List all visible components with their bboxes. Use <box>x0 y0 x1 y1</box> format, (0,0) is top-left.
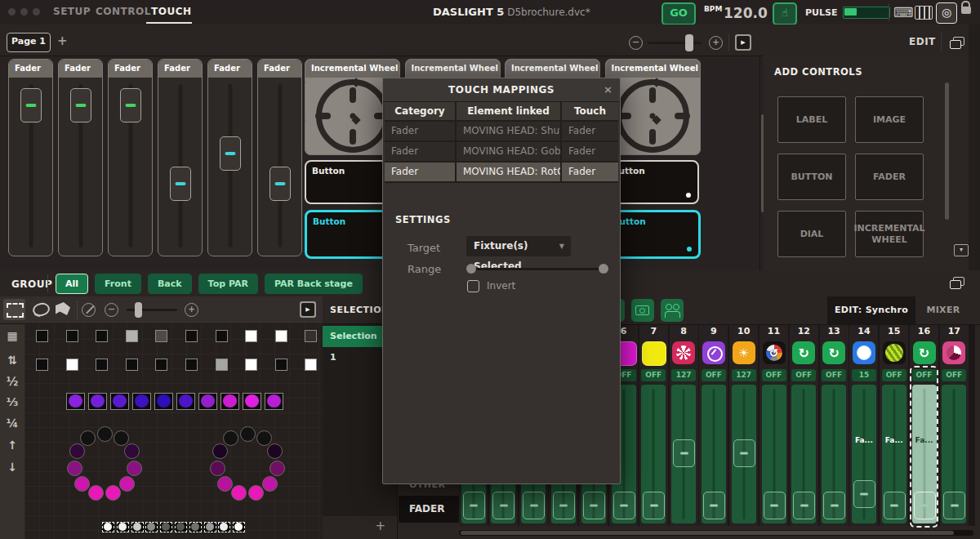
add-control-button-button[interactable]: BUTTON <box>777 154 846 200</box>
color-wheel-icon[interactable]: ↺ <box>763 341 786 364</box>
fixture-color-cell[interactable] <box>176 393 195 410</box>
moving-head-dot[interactable] <box>212 443 228 459</box>
moving-head-dot[interactable] <box>127 461 142 476</box>
selected-fixture-square[interactable] <box>175 522 187 532</box>
moving-head-dot[interactable] <box>114 430 129 446</box>
fixture-color-cell[interactable] <box>132 393 151 410</box>
channel-fader[interactable] <box>822 385 846 523</box>
selected-fixture-square[interactable] <box>204 522 216 532</box>
window-zoom-icon[interactable] <box>33 8 40 16</box>
expand-panel-icon[interactable]: ▶ <box>300 301 316 318</box>
color-swatch-icon[interactable] <box>642 341 666 366</box>
moving-head-dot[interactable] <box>97 426 113 442</box>
grid-zoom-slider[interactable] <box>127 309 177 311</box>
fixture-color-cell[interactable] <box>88 393 107 410</box>
fixture-square[interactable] <box>216 330 228 342</box>
fader-handle[interactable] <box>120 88 141 122</box>
fixture-color-cell[interactable] <box>110 393 129 410</box>
range-max-handle[interactable] <box>599 264 608 274</box>
grid-zoom-in-icon[interactable]: + <box>185 303 198 317</box>
channel-11[interactable]: 11↺OFF <box>760 325 788 526</box>
selected-fixture-square[interactable] <box>160 522 172 532</box>
moving-head-dot[interactable] <box>267 443 283 459</box>
rect-select-icon[interactable] <box>3 299 25 320</box>
fader-handle[interactable] <box>20 88 42 122</box>
collapse-panel-icon[interactable]: ▾ <box>954 244 969 256</box>
window-close-icon[interactable] <box>8 8 16 16</box>
add-control-image-button[interactable]: IMAGE <box>855 96 924 143</box>
add-control-fader-button[interactable]: FADER <box>855 154 924 200</box>
fixture-square[interactable] <box>275 330 287 342</box>
shutter-icon[interactable] <box>672 341 695 364</box>
piano-icon[interactable] <box>915 6 933 20</box>
group-button-front[interactable]: Front <box>95 274 141 294</box>
selected-fixture-square[interactable] <box>145 522 158 532</box>
keyboard-icon[interactable]: ⌨ <box>893 4 914 20</box>
channel-scrollbar-thumb[interactable] <box>461 531 954 535</box>
fixture-square[interactable] <box>216 359 228 371</box>
mapping-row[interactable]: FaderMOVING HEAD: Gobo 2Fader <box>385 142 618 163</box>
add-control-label-button[interactable]: LABEL <box>777 96 846 143</box>
touch-fader[interactable]: Fader <box>257 59 302 256</box>
touch-fader[interactable]: Fader <box>158 59 203 256</box>
channel-fader[interactable] <box>852 385 876 523</box>
page-tab[interactable]: Page 1 <box>7 33 51 52</box>
group-button-top-par[interactable]: Top PAR <box>198 274 258 294</box>
add-control-dial-button[interactable]: DIAL <box>777 211 846 257</box>
tab-setup[interactable]: SETUP <box>53 6 91 17</box>
channel-fader[interactable] <box>942 385 966 523</box>
canvas-zoom-slider[interactable] <box>648 42 702 44</box>
invert-checkbox[interactable] <box>467 280 479 292</box>
dial-icon[interactable] <box>702 341 725 364</box>
go-button[interactable]: GO <box>662 2 696 25</box>
tap-tempo-button[interactable]: ☝ <box>773 2 797 25</box>
channel-scrollbar[interactable] <box>459 530 973 536</box>
channel-fader[interactable] <box>882 385 906 523</box>
channel-fader-handle[interactable] <box>643 492 665 519</box>
fixture-square[interactable] <box>155 330 167 342</box>
group-button-all[interactable]: All <box>56 274 88 294</box>
channel-16[interactable]: 16↻OFFFa... <box>910 325 938 526</box>
channel-fader-handle[interactable] <box>673 439 695 467</box>
windows-layers-icon[interactable] <box>950 277 964 289</box>
group-button-par-back-stage[interactable]: PAR Back stage <box>265 274 363 294</box>
camera-icon[interactable] <box>631 299 654 322</box>
group-fixtures-icon[interactable] <box>661 299 684 322</box>
add-panel-scrollbar[interactable] <box>945 82 949 220</box>
channel-10[interactable]: 10☀127 <box>729 325 758 526</box>
selected-fixture-square[interactable] <box>117 522 129 532</box>
channel-8[interactable]: 8127 <box>670 325 698 526</box>
selected-fixture-square[interactable] <box>218 522 230 532</box>
moving-head-dot[interactable] <box>88 485 104 501</box>
channel-fader-handle[interactable] <box>853 480 875 508</box>
white-circle-icon[interactable] <box>853 341 875 364</box>
fixture-square[interactable] <box>126 330 138 342</box>
channel-fader-handle[interactable] <box>463 492 485 519</box>
channel-fader-handle[interactable] <box>703 492 725 519</box>
canvas-zoom-handle[interactable] <box>685 34 693 51</box>
tab-touch[interactable]: TOUCH <box>151 6 191 17</box>
channel-13[interactable]: 13↻OFF <box>820 325 849 526</box>
mapping-row[interactable]: FaderMOVING HEAD: ShutterFader <box>385 122 618 142</box>
channel-7[interactable]: 7OFF <box>639 325 668 526</box>
fixture-color-cell[interactable] <box>198 393 217 410</box>
moving-head-dot[interactable] <box>223 430 238 446</box>
polygon-select-icon[interactable] <box>56 302 70 315</box>
rotate-icon[interactable]: ↻ <box>792 341 815 364</box>
channel-fader-handle[interactable] <box>583 492 605 519</box>
mapping-row[interactable]: FaderMOVING HEAD: RotGobo 2Fader <box>385 163 618 183</box>
speaker-icon[interactable]: ◎ <box>936 2 957 24</box>
channel-fader[interactable] <box>671 385 696 523</box>
selection-item[interactable]: Selection 1 <box>323 326 385 347</box>
group-button-back[interactable]: Back <box>148 274 192 294</box>
fixture-square[interactable] <box>36 359 48 371</box>
moving-head-dot[interactable] <box>270 461 285 476</box>
channel-fader[interactable] <box>641 385 666 523</box>
channel-fader-handle[interactable] <box>613 492 635 519</box>
channel-fader-handle[interactable] <box>492 492 514 519</box>
add-page-button[interactable]: + <box>57 33 68 48</box>
fixture-square[interactable] <box>96 330 108 342</box>
moving-head-dot[interactable] <box>74 476 90 492</box>
moving-head-dot[interactable] <box>80 430 96 446</box>
tab-edit-synchro[interactable]: EDIT: Synchro s... <box>827 296 915 324</box>
